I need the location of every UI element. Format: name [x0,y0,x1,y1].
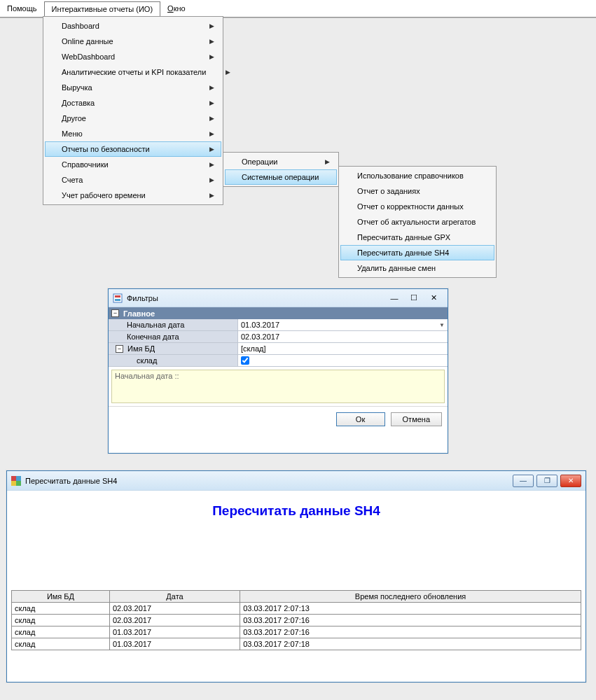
svg-rect-5 [11,481,16,486]
dbname-label[interactable]: − Имя БД [109,344,237,354]
menu-item[interactable]: Другое▶ [45,111,221,126]
table-cell: склад [12,615,110,626]
chevron-right-icon: ▶ [209,192,214,199]
svg-rect-1 [115,295,120,298]
filters-titlebar[interactable]: Фильтры — ☐ ✕ [109,289,448,307]
menu-item-label: Отчеты по безопасности [62,145,150,153]
menu-item-label: Удалить данные смен [357,264,436,272]
dropdown-security: Операции▶Системные операции▶ [223,152,339,187]
menu-item[interactable]: Системные операции▶ [225,169,337,185]
report-icon [11,476,21,486]
table-row[interactable]: склад01.03.201703.03.2017 2:07:18 [12,638,581,650]
table-cell: 02.03.2017 [109,615,240,626]
menu-item[interactable]: Выручка▶ [45,80,221,95]
menu-item-label: Операции [242,158,277,166]
chevron-right-icon: ▶ [209,22,214,29]
menu-item[interactable]: Пересчитать данные GPX [340,230,494,245]
menu-item[interactable]: Меню▶ [45,126,221,141]
table-cell: склад [12,626,110,638]
menu-item[interactable]: Пересчитать данные SH4 [340,245,494,260]
maximize-button[interactable]: ☐ [404,292,424,304]
maximize-button[interactable]: ❐ [536,475,557,487]
chevron-right-icon: ▶ [325,158,330,165]
menu-item-label: Доставка [62,99,95,107]
menu-item-label: Dashboard [62,22,99,30]
start-date-label: Начальная дата [109,320,237,330]
dbname-value[interactable]: [склад] [237,343,448,354]
svg-rect-2 [115,299,120,301]
store-label: склад [109,356,237,365]
table-cell: склад [12,638,110,650]
ok-button[interactable]: Ок [336,412,385,426]
end-date-label: Конечная дата [109,332,237,342]
chevron-right-icon: ▶ [226,69,230,76]
chevron-right-icon: ▶ [209,99,214,106]
menu-item[interactable]: Отчет о корректности данных [340,199,494,214]
table-cell: 01.03.2017 [109,638,240,650]
chevron-right-icon: ▶ [209,115,214,122]
close-button[interactable]: ✕ [560,475,581,487]
minimize-button[interactable]: — [384,292,404,304]
menu-item-label: WebDashboard [62,52,115,61]
end-date-value[interactable]: 02.03.2017 [237,331,448,342]
cancel-button[interactable]: Отмена [391,412,442,426]
start-date-text: 01.03.2017 [241,321,279,329]
menu-item[interactable]: Удалить данные смен [340,260,494,276]
menu-item[interactable]: Отчеты по безопасности▶ [45,141,221,157]
close-button[interactable]: ✕ [424,292,443,304]
menu-bar: Помощь Интерактивные отчеты (ИО) Окно [0,0,596,17]
store-checkbox[interactable] [241,356,249,365]
filters-section-header[interactable]: − Главное [109,307,448,319]
menu-item-label: Отчет о корректности данных [357,202,464,211]
menu-item[interactable]: Доставка▶ [45,95,221,111]
collapse-icon[interactable]: − [111,309,119,317]
menu-item-label: Системные операции [242,173,319,181]
filters-body: − Главное Начальная дата 01.03.2017 ▼ Ко… [109,307,448,367]
menu-item-label: Аналитические отчеты и KPI показатели [62,68,206,76]
chevron-right-icon: ▶ [209,53,214,60]
menu-item[interactable]: Операции▶ [225,154,337,169]
menu-item-label: Справочники [62,160,109,169]
menu-item-label: Другое [62,114,86,122]
table-cell: 03.03.2017 2:07:16 [240,626,581,638]
chevron-down-icon[interactable]: ▼ [439,322,445,328]
menu-help[interactable]: Помощь [0,1,44,15]
menu-window[interactable]: Окно [160,1,193,15]
menu-item[interactable]: Использование справочников [340,168,494,183]
filters-note: Начальная дата :: [111,370,445,403]
table-header: Дата [109,591,240,603]
table-row[interactable]: склад02.03.201703.03.2017 2:07:16 [12,615,581,626]
store-value[interactable] [237,355,448,366]
filters-section-label: Главное [123,309,155,318]
table-cell: 01.03.2017 [109,626,240,638]
menu-item-label: Счета [62,176,83,184]
menu-item[interactable]: Аналитические отчеты и KPI показатели▶ [45,64,221,80]
report-title: Пересчитать данные SH4 [25,477,117,485]
collapse-icon[interactable]: − [116,345,123,353]
menu-item-label: Отчет о заданиях [357,187,420,195]
table-cell: склад [12,603,110,615]
menu-item[interactable]: Dashboard▶ [45,18,221,34]
filters-title: Фильтры [127,294,158,302]
minimize-button[interactable]: — [513,475,534,487]
dropdown-system-ops: Использование справочниковОтчет о задани… [338,166,497,278]
menu-item[interactable]: Отчет об актуальности агрегатов [340,214,494,230]
table-row[interactable]: склад02.03.201703.03.2017 2:07:13 [12,603,581,615]
menu-item[interactable]: Счета▶ [45,172,221,188]
menu-item[interactable]: Учет рабочего времени▶ [45,188,221,203]
menu-item[interactable]: Online данные▶ [45,34,221,49]
row-start-date: Начальная дата 01.03.2017 ▼ [109,319,448,331]
menu-item-label: Online данные [62,37,113,46]
dropdown-io: Dashboard▶Online данные▶WebDashboard▶Ана… [43,16,223,205]
start-date-value[interactable]: 01.03.2017 ▼ [237,319,448,330]
svg-rect-3 [11,476,16,481]
menu-item[interactable]: Справочники▶ [45,157,221,172]
report-titlebar[interactable]: Пересчитать данные SH4 — ❐ ✕ [7,471,585,491]
chevron-right-icon: ▶ [209,38,214,45]
menu-item[interactable]: Отчет о заданиях [340,183,494,199]
table-row[interactable]: склад01.03.201703.03.2017 2:07:16 [12,626,581,638]
report-window: Пересчитать данные SH4 — ❐ ✕ Пересчитать… [6,470,586,682]
dbname-label-text: Имя БД [127,344,155,353]
menu-io[interactable]: Интерактивные отчеты (ИО) [44,1,161,16]
menu-item[interactable]: WebDashboard▶ [45,49,221,64]
